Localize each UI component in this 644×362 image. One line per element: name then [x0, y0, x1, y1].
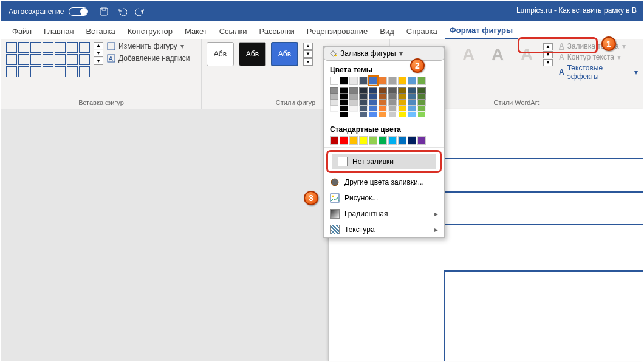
standard-color-swatch[interactable] — [349, 136, 358, 145]
theme-shade-swatch[interactable] — [369, 100, 377, 106]
theme-shade-swatch[interactable] — [388, 87, 397, 94]
shapes-gallery[interactable] — [6, 42, 90, 77]
standard-color-swatch[interactable] — [359, 136, 368, 145]
toggle-switch-icon[interactable] — [69, 7, 88, 16]
theme-shade-swatch[interactable] — [379, 106, 387, 112]
style-preset-2[interactable]: Абв — [239, 42, 266, 66]
theme-shade-swatch[interactable] — [408, 112, 416, 118]
theme-shade-swatch[interactable] — [340, 87, 348, 94]
wordart-preset-2[interactable]: A — [485, 42, 510, 67]
theme-color-swatch[interactable] — [369, 77, 377, 85]
texture-fill-item[interactable]: Текстура ▸ — [324, 222, 444, 237]
autosave-toggle[interactable]: Автосохранение — [9, 7, 88, 16]
standard-color-swatch[interactable] — [417, 136, 426, 145]
theme-shade-swatch[interactable] — [388, 112, 397, 118]
theme-shade-swatch[interactable] — [398, 106, 406, 112]
tab-view[interactable]: Вид — [375, 24, 399, 39]
theme-shade-swatch[interactable] — [369, 106, 377, 112]
style-gallery-scroll[interactable]: ▲▼▾ — [303, 43, 313, 66]
theme-shade-swatch[interactable] — [379, 100, 387, 106]
theme-shade-swatch[interactable] — [330, 94, 338, 100]
theme-color-swatch[interactable] — [340, 77, 348, 85]
style-preset-3[interactable]: Абв — [271, 42, 298, 66]
edit-shape-button[interactable]: Изменить фигуру ▾ — [107, 42, 190, 50]
standard-color-swatch[interactable] — [388, 136, 397, 145]
theme-color-swatch[interactable] — [408, 77, 416, 85]
tab-references[interactable]: Ссылки — [214, 24, 252, 39]
drawn-line-v[interactable] — [444, 270, 445, 361]
theme-shade-swatch[interactable] — [330, 112, 338, 118]
theme-shade-swatch[interactable] — [408, 94, 416, 100]
drawn-line-h[interactable] — [444, 270, 643, 272]
tab-shape-format[interactable]: Формат фигуры — [445, 22, 518, 39]
standard-color-swatch[interactable] — [408, 136, 416, 145]
theme-shade-swatch[interactable] — [369, 87, 377, 94]
standard-color-swatch[interactable] — [398, 136, 406, 145]
more-colors-item[interactable]: Другие цвета заливки... — [324, 174, 444, 190]
picture-fill-item[interactable]: Рисунок... — [324, 190, 444, 206]
theme-shade-swatch[interactable] — [359, 87, 368, 94]
theme-shade-swatch[interactable] — [417, 112, 426, 118]
theme-shade-swatch[interactable] — [349, 94, 358, 100]
text-effects-button[interactable]: AТекстовые эффекты ▾ — [559, 64, 638, 81]
style-preset-1[interactable]: Абв — [207, 42, 234, 66]
theme-shade-swatch[interactable] — [398, 112, 406, 118]
theme-shade-swatch[interactable] — [340, 112, 348, 118]
theme-color-swatch[interactable] — [349, 77, 358, 85]
theme-shade-swatch[interactable] — [388, 106, 397, 112]
theme-shade-swatch[interactable] — [369, 94, 377, 100]
theme-shade-swatch[interactable] — [417, 94, 426, 100]
theme-shade-swatch[interactable] — [340, 100, 348, 106]
redo-icon[interactable] — [135, 7, 145, 16]
theme-shade-swatch[interactable] — [359, 112, 368, 118]
tab-help[interactable]: Справка — [402, 24, 442, 39]
theme-shade-swatch[interactable] — [388, 94, 397, 100]
theme-shade-swatch[interactable] — [379, 87, 387, 94]
standard-color-swatch[interactable] — [369, 136, 377, 145]
shape-fill-button[interactable]: Заливка фигуры ▾ — [323, 46, 445, 61]
gradient-fill-item[interactable]: Градиентная ▸ — [324, 206, 444, 222]
theme-shade-swatch[interactable] — [340, 106, 348, 112]
tab-file[interactable]: Файл — [7, 24, 36, 39]
theme-shade-swatch[interactable] — [349, 106, 358, 112]
save-icon[interactable] — [99, 7, 109, 16]
standard-color-swatch[interactable] — [340, 136, 348, 145]
theme-color-swatch[interactable] — [330, 77, 338, 85]
tab-review[interactable]: Рецензирование — [302, 24, 372, 39]
theme-color-swatch[interactable] — [417, 77, 426, 85]
theme-shade-swatch[interactable] — [359, 100, 368, 106]
theme-shade-swatch[interactable] — [417, 100, 426, 106]
theme-shade-swatch[interactable] — [349, 112, 358, 118]
theme-shade-swatch[interactable] — [408, 106, 416, 112]
theme-shade-swatch[interactable] — [417, 87, 426, 94]
theme-shade-swatch[interactable] — [398, 100, 406, 106]
theme-color-swatch[interactable] — [398, 77, 406, 85]
theme-color-swatch[interactable] — [388, 77, 397, 85]
no-fill-item[interactable]: Нет заливки — [332, 154, 436, 169]
shapes-gallery-scroll[interactable]: ▲▼▾ — [94, 42, 103, 77]
theme-shade-swatch[interactable] — [359, 94, 368, 100]
theme-shade-swatch[interactable] — [349, 87, 358, 94]
standard-color-swatch[interactable] — [330, 136, 338, 145]
wordart-preset-1[interactable]: A — [456, 42, 481, 67]
theme-shade-swatch[interactable] — [398, 94, 406, 100]
theme-shade-swatch[interactable] — [359, 106, 368, 112]
theme-shade-swatch[interactable] — [408, 87, 416, 94]
theme-color-swatch[interactable] — [359, 77, 368, 85]
tab-mailings[interactable]: Рассылки — [254, 24, 299, 39]
standard-color-swatch[interactable] — [379, 136, 387, 145]
theme-shade-swatch[interactable] — [379, 94, 387, 100]
theme-color-swatch[interactable] — [379, 77, 387, 85]
theme-shade-swatch[interactable] — [369, 112, 377, 118]
tab-insert[interactable]: Вставка — [81, 24, 120, 39]
theme-shade-swatch[interactable] — [330, 100, 338, 106]
theme-shade-swatch[interactable] — [330, 106, 338, 112]
tab-layout[interactable]: Макет — [180, 24, 212, 39]
undo-icon[interactable] — [117, 7, 127, 16]
add-textbox-button[interactable]: A Добавление надписи — [107, 54, 190, 63]
theme-shade-swatch[interactable] — [330, 87, 338, 94]
theme-shade-swatch[interactable] — [417, 106, 426, 112]
theme-shade-swatch[interactable] — [349, 100, 358, 106]
theme-shade-swatch[interactable] — [340, 94, 348, 100]
theme-shade-swatch[interactable] — [408, 100, 416, 106]
